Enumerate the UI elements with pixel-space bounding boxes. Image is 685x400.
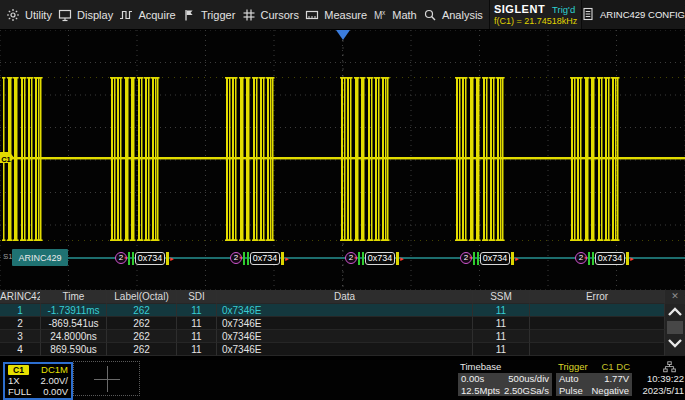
table-scrollbar: ✕ bbox=[665, 290, 685, 356]
menu-measure[interactable]: Measure bbox=[305, 8, 367, 22]
brand-status-block: SIGLENT Trig'd f(C1) = 21.74518kHz bbox=[489, 0, 581, 29]
table-header-row: ARINC429 Time Label(Octal) SDI Data SSM … bbox=[0, 290, 665, 304]
timebase-samplerate: 2.50GSa/s bbox=[504, 385, 549, 397]
clock-time: 10:39:22 bbox=[647, 373, 684, 384]
decode-frame: 2▸ 0x734 ▸ bbox=[575, 251, 634, 266]
cell-data: 0x7346E bbox=[217, 330, 473, 343]
label-bubble: 2▸ bbox=[575, 252, 587, 264]
truncation-bar bbox=[281, 252, 284, 265]
cell-sdi: 11 bbox=[177, 343, 217, 356]
data-bubble: 0x734 bbox=[250, 252, 280, 265]
table-row[interactable]: 2 -869.541us 262 11 0x7346E 11 bbox=[0, 317, 665, 330]
cell-label: 262 bbox=[107, 343, 177, 356]
decode-bus-label[interactable]: ARINC429 bbox=[12, 249, 68, 266]
clock-date: 2023/5/11 bbox=[642, 385, 684, 396]
truncate-arrow-icon: ▸ bbox=[515, 252, 519, 265]
menu-trigger[interactable]: Trigger bbox=[182, 8, 235, 22]
scroll-up-button[interactable] bbox=[665, 304, 685, 320]
truncate-arrow-icon: ▸ bbox=[584, 255, 587, 260]
col-header-time: Time bbox=[41, 290, 107, 304]
table-row[interactable]: 4 869.590us 262 11 0x7346E 11 bbox=[0, 343, 665, 356]
timebase-delay: 0.00s bbox=[461, 373, 484, 385]
menu-analysis[interactable]: Analysis bbox=[423, 8, 483, 22]
measure-icon bbox=[305, 8, 319, 22]
cell-index: 1 bbox=[0, 304, 41, 317]
cell-label: 262 bbox=[107, 330, 177, 343]
col-header-arinc429: ARINC429 bbox=[0, 290, 41, 304]
channel1-descriptor[interactable]: C1 DC1M 1X 2.00V/ FULL 0.00V bbox=[3, 362, 73, 400]
bottom-status-bar: C1 DC1M 1X 2.00V/ FULL 0.00V Timebase 0.… bbox=[0, 360, 685, 400]
sdi-marker bbox=[358, 252, 364, 265]
menu-measure-label: Measure bbox=[324, 9, 367, 21]
timebase-descriptor[interactable]: Timebase 0.00s 500us/div 12.5Mpts 2.50GS… bbox=[458, 361, 552, 396]
cell-error bbox=[530, 330, 665, 343]
cell-ssm: 11 bbox=[473, 304, 530, 317]
close-table-button[interactable]: ✕ bbox=[665, 290, 685, 304]
cell-data: 0x7346E bbox=[217, 304, 473, 317]
trigger-position-marker[interactable] bbox=[336, 30, 350, 40]
cell-data: 0x7346E bbox=[217, 343, 473, 356]
add-channel-button[interactable] bbox=[73, 361, 140, 396]
truncate-arrow-icon: ▸ bbox=[400, 252, 404, 265]
col-header-label-octal: Label(Octal) bbox=[107, 290, 177, 304]
data-bubble: 0x734 bbox=[365, 252, 395, 265]
cell-sdi: 11 bbox=[177, 330, 217, 343]
sdi-marker bbox=[243, 252, 249, 265]
truncate-arrow-icon: ▸ bbox=[354, 255, 357, 260]
magnifier-icon bbox=[423, 8, 437, 22]
ch1-waveform bbox=[0, 77, 685, 241]
cell-time: -1.73911ms bbox=[41, 304, 107, 317]
truncate-arrow-icon: ▸ bbox=[630, 252, 634, 265]
timebase-memory: 12.5Mpts bbox=[461, 385, 500, 397]
menu-cursors[interactable]: Cursors bbox=[242, 8, 300, 22]
channel1-coupling: DC1M bbox=[41, 364, 68, 375]
truncate-arrow-icon: ▸ bbox=[124, 255, 127, 260]
truncate-arrow-icon: ▸ bbox=[285, 252, 289, 265]
truncation-bar bbox=[511, 252, 514, 265]
truncation-bar bbox=[166, 252, 169, 265]
cell-ssm: 11 bbox=[473, 317, 530, 330]
cell-label: 262 bbox=[107, 317, 177, 330]
cursors-icon bbox=[242, 8, 256, 22]
scrollbar-thumb[interactable] bbox=[667, 321, 683, 334]
datetime-panel[interactable]: 10:39:22 2023/5/11 bbox=[634, 361, 685, 397]
cell-error bbox=[530, 343, 665, 356]
math-icon: Mx bbox=[373, 8, 387, 22]
top-menu-bar: Utility Display Acquire Trigger Cursors … bbox=[0, 0, 685, 30]
data-bubble: 0x734 bbox=[480, 252, 510, 265]
label-bubble: 2▸ bbox=[345, 252, 357, 264]
channel1-vdiv: 2.00V/ bbox=[41, 375, 68, 386]
col-header-ssm: SSM bbox=[473, 290, 530, 304]
sdi-marker bbox=[588, 252, 594, 265]
gear-icon bbox=[6, 8, 20, 22]
col-header-sdi: SDI bbox=[177, 290, 217, 304]
arinc429-config-label: ARINC429 CONFIG bbox=[600, 9, 685, 20]
trigger-descriptor[interactable]: Trigger C1 DC Auto 1.77V Pulse Negative bbox=[556, 361, 632, 396]
decode-list-table: ARINC429 Time Label(Octal) SDI Data SSM … bbox=[0, 290, 665, 356]
menu-utility[interactable]: Utility bbox=[6, 8, 52, 22]
trigger-type: Pulse bbox=[559, 385, 583, 397]
scroll-down-button[interactable] bbox=[665, 335, 685, 351]
ch1-level-marker-label: C1 bbox=[1, 155, 11, 164]
menu-analysis-label: Analysis bbox=[442, 9, 483, 21]
menu-acquire-label: Acquire bbox=[138, 9, 175, 21]
channel1-bandwidth: FULL bbox=[8, 386, 31, 397]
menu-math[interactable]: Mx Math bbox=[373, 8, 416, 22]
sdi-marker bbox=[473, 252, 479, 265]
table-row[interactable]: 3 24.8000ns 262 11 0x7346E 11 bbox=[0, 330, 665, 343]
arinc429-config-button[interactable]: ARINC429 CONFIG bbox=[581, 0, 685, 29]
decode-frame: 2▸ 0x734 ▸ bbox=[115, 251, 174, 266]
col-header-error: Error bbox=[530, 290, 665, 304]
cell-error bbox=[530, 304, 665, 317]
oscilloscope-screen: Utility Display Acquire Trigger Cursors … bbox=[0, 0, 685, 400]
cell-data: 0x7346E bbox=[217, 317, 473, 330]
menu-acquire[interactable]: Acquire bbox=[119, 8, 175, 22]
decode-frame: 2▸ 0x734 ▸ bbox=[230, 251, 289, 266]
cell-ssm: 11 bbox=[473, 330, 530, 343]
table-row[interactable]: 1 -1.73911ms 262 11 0x7346E 11 bbox=[0, 304, 665, 317]
main-menu: Utility Display Acquire Trigger Cursors … bbox=[0, 0, 489, 29]
menu-display[interactable]: Display bbox=[58, 8, 113, 22]
trigger-title: Trigger bbox=[558, 361, 588, 373]
truncation-bar bbox=[396, 252, 399, 265]
decode-frame: 2▸ 0x734 ▸ bbox=[460, 251, 519, 266]
